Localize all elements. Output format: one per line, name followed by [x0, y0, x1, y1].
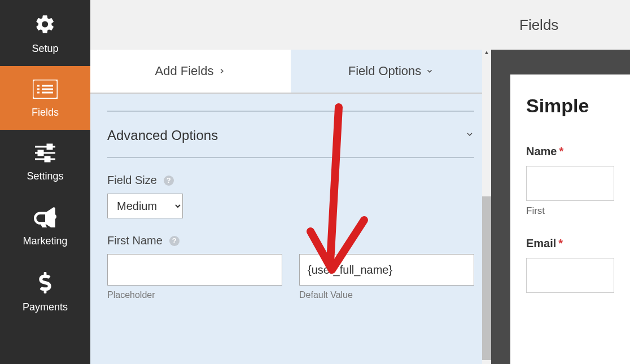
sidebar-label: Settings: [27, 170, 63, 182]
dollar-icon: [38, 272, 52, 296]
sidebar-label: Payments: [23, 301, 68, 313]
preview-name-field: Name* First: [526, 145, 614, 217]
svg-rect-12: [45, 157, 50, 161]
tab-add-fields[interactable]: Add Fields: [90, 50, 291, 93]
svg-rect-8: [47, 144, 52, 149]
svg-rect-10: [38, 151, 43, 155]
field-size-select[interactable]: Medium: [107, 194, 183, 218]
required-asterisk: *: [559, 145, 563, 157]
options-panel: Add Fields Field Options Advanced Option…: [90, 0, 491, 364]
sidebar-item-fields[interactable]: Fields: [0, 66, 90, 130]
sidebar-label: Setup: [32, 43, 58, 55]
tab-label: Field Options: [348, 64, 422, 78]
preview-header: Fields: [491, 0, 630, 50]
scroll-up-icon[interactable]: ▲: [483, 50, 490, 56]
first-name-placeholder-input[interactable]: [107, 254, 282, 286]
preview-email-field: Email*: [526, 237, 614, 293]
sidebar-item-marketing[interactable]: Marketing: [0, 194, 90, 258]
form-title: Simple: [526, 95, 614, 117]
first-name-label: First Name: [107, 234, 163, 247]
section-title: Advanced Options: [107, 128, 218, 143]
sublabel-default: Default Value: [299, 290, 474, 300]
required-asterisk: *: [558, 237, 563, 249]
name-input-preview[interactable]: [526, 166, 614, 201]
help-icon[interactable]: ?: [164, 176, 174, 186]
sidebar-item-payments[interactable]: Payments: [0, 258, 90, 324]
tab-label: Add Fields: [155, 64, 214, 78]
first-name-row: First Name ? Placeholder Default Value: [107, 234, 474, 300]
field-size-row: Field Size ? Medium: [107, 174, 474, 218]
bullhorn-icon: [34, 207, 56, 230]
sliders-icon: [34, 143, 56, 165]
first-name-default-input[interactable]: [299, 254, 474, 286]
sidebar-item-settings[interactable]: Settings: [0, 130, 90, 194]
help-icon[interactable]: ?: [169, 236, 180, 246]
chevron-down-icon: [426, 64, 434, 78]
preview-panel: Fields Simple Name* First Email*: [491, 0, 630, 364]
field-tabs: Add Fields Field Options: [90, 50, 491, 94]
email-input-preview[interactable]: [526, 258, 614, 293]
chevron-right-icon: [218, 64, 226, 78]
gear-icon: [34, 14, 56, 37]
email-label: Email: [526, 237, 556, 249]
form-preview: Simple Name* First Email*: [510, 74, 630, 364]
tab-field-options[interactable]: Field Options: [291, 50, 491, 93]
advanced-options-header[interactable]: Advanced Options: [107, 128, 474, 158]
sidebar-item-setup[interactable]: Setup: [0, 0, 90, 66]
sidebar-label: Fields: [32, 107, 59, 119]
chevron-down-icon: [465, 130, 474, 141]
list-icon: [33, 80, 58, 101]
sublabel-placeholder: Placeholder: [107, 290, 282, 300]
name-label: Name: [526, 145, 557, 157]
name-sublabel: First: [526, 205, 614, 217]
scrollbar-thumb[interactable]: [482, 196, 491, 360]
divider: [107, 111, 474, 112]
field-size-label: Field Size: [107, 174, 157, 187]
scrollbar[interactable]: ▲: [482, 50, 491, 364]
sidebar-label: Marketing: [23, 235, 67, 247]
builder-sidebar: Setup Fields Settings Marketing Payments: [0, 0, 90, 364]
